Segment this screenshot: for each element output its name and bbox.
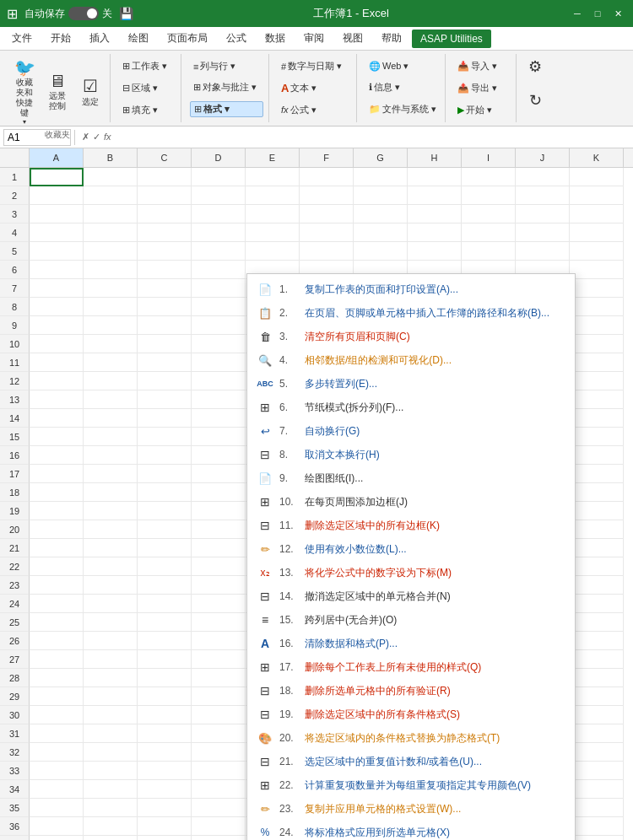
grid-cell[interactable] [192, 242, 246, 261]
grid-cell[interactable] [84, 205, 138, 223]
grid-cell[interactable] [300, 223, 354, 242]
grid-cell[interactable] [570, 762, 624, 780]
grid-cell[interactable] [570, 557, 624, 576]
grid-cell[interactable] [138, 261, 192, 279]
grid-cell[interactable] [138, 446, 192, 465]
grid-cell[interactable] [84, 762, 138, 780]
grid-cell[interactable] [408, 242, 462, 261]
menu-file[interactable]: 文件 [3, 28, 41, 49]
grid-cell[interactable] [192, 595, 246, 613]
grid-cell[interactable] [84, 780, 138, 799]
grid-cell[interactable] [570, 372, 624, 390]
grid-cell[interactable] [84, 390, 138, 409]
grid-cell[interactable] [192, 780, 246, 799]
ribbon-btn-worksheet[interactable]: ⊞工作表 ▾ [119, 59, 176, 73]
grid-cell[interactable] [84, 465, 138, 483]
grid-cell[interactable] [30, 669, 84, 687]
grid-cell[interactable] [30, 335, 84, 353]
grid-cell[interactable] [30, 279, 84, 298]
ribbon-btn-export[interactable]: 📤导出 ▾ [454, 81, 511, 95]
grid-cell[interactable] [570, 743, 624, 762]
grid-cell[interactable] [570, 483, 624, 502]
grid-cell[interactable] [192, 316, 246, 335]
grid-cell[interactable] [246, 223, 300, 242]
grid-cell[interactable] [192, 687, 246, 706]
grid-cell[interactable] [84, 261, 138, 279]
grid-cell[interactable] [138, 613, 192, 632]
grid-cell[interactable] [30, 817, 84, 836]
col-header-F[interactable]: F [300, 148, 354, 167]
grid-cell[interactable] [30, 706, 84, 724]
grid-cell[interactable] [570, 724, 624, 743]
grid-cell[interactable] [192, 335, 246, 353]
grid-cell[interactable] [84, 595, 138, 613]
menu-entry-10[interactable]: ⊞10.在每页周围添加边框(J) [247, 490, 575, 514]
grid-cell[interactable] [192, 799, 246, 817]
grid-cell[interactable] [138, 520, 192, 539]
col-header-C[interactable]: C [138, 148, 192, 167]
grid-cell[interactable] [192, 465, 246, 483]
menu-draw[interactable]: 绘图 [120, 28, 157, 49]
grid-cell[interactable] [84, 520, 138, 539]
grid-cell[interactable] [30, 595, 84, 613]
grid-cell[interactable] [192, 650, 246, 669]
menu-entry-2[interactable]: 📋2.在页眉、页脚或单元格中插入工作簿的路径和名称(B)... [247, 301, 575, 325]
grid-cell[interactable] [570, 687, 624, 706]
grid-cell[interactable] [84, 669, 138, 687]
grid-cell[interactable] [246, 186, 300, 205]
menu-page-layout[interactable]: 页面布局 [159, 28, 216, 49]
grid-cell[interactable] [84, 335, 138, 353]
grid-cell[interactable] [570, 595, 624, 613]
menu-entry-1[interactable]: 📄1.复制工作表的页面和打印设置(A)... [247, 277, 575, 301]
grid-cell[interactable] [138, 298, 192, 316]
grid-cell[interactable] [570, 650, 624, 669]
grid-cell[interactable] [570, 706, 624, 724]
menu-entry-12[interactable]: ✏12.使用有效小数位数(L)... [247, 537, 575, 561]
grid-cell[interactable] [300, 168, 354, 186]
grid-cell[interactable] [192, 186, 246, 205]
grid-cell[interactable] [300, 205, 354, 223]
grid-cell[interactable] [570, 836, 624, 840]
ribbon-btn-favorites[interactable]: 🐦 收藏夹和快捷键 ▾ [10, 56, 40, 127]
grid-cell[interactable] [138, 390, 192, 409]
grid-cell[interactable] [570, 261, 624, 279]
grid-cell[interactable] [516, 242, 570, 261]
grid-cell[interactable] [192, 409, 246, 428]
grid-cell[interactable] [192, 483, 246, 502]
grid-cell[interactable] [192, 279, 246, 298]
grid-cell[interactable] [30, 650, 84, 669]
menu-entry-7[interactable]: ↩7.自动换行(G) [247, 419, 575, 443]
grid-cell[interactable] [570, 465, 624, 483]
grid-cell[interactable] [570, 390, 624, 409]
menu-entry-19[interactable]: ⊟19.删除选定区域中的所有条件格式(S) [247, 703, 575, 726]
grid-cell[interactable] [84, 632, 138, 650]
grid-cell[interactable] [138, 539, 192, 557]
ribbon-btn-refresh[interactable]: ↻ [526, 89, 545, 121]
grid-cell[interactable] [570, 632, 624, 650]
ribbon-btn-import[interactable]: 📥导入 ▾ [454, 59, 511, 73]
grid-cell[interactable] [408, 168, 462, 186]
grid-cell[interactable] [570, 223, 624, 242]
grid-cell[interactable] [354, 242, 408, 261]
grid-cell[interactable] [84, 298, 138, 316]
col-header-K[interactable]: K [570, 148, 624, 167]
grid-cell[interactable] [516, 223, 570, 242]
grid-cell[interactable] [570, 669, 624, 687]
grid-cell[interactable] [462, 242, 516, 261]
ribbon-btn-remote[interactable]: 🖥 远景控制 [43, 70, 73, 113]
grid-cell[interactable] [192, 817, 246, 836]
grid-cell[interactable] [138, 279, 192, 298]
grid-cell[interactable] [246, 242, 300, 261]
grid-cell[interactable] [192, 706, 246, 724]
formula-input[interactable] [118, 129, 630, 146]
grid-cell[interactable] [570, 446, 624, 465]
grid-cell[interactable] [84, 502, 138, 520]
grid-cell[interactable] [516, 186, 570, 205]
grid-cell[interactable] [570, 335, 624, 353]
grid-cell[interactable] [192, 632, 246, 650]
grid-cell[interactable] [192, 353, 246, 372]
grid-cell[interactable] [354, 223, 408, 242]
grid-cell[interactable] [300, 186, 354, 205]
menu-entry-6[interactable]: ⊞6.节纸模式(拆分列)(F)... [247, 396, 575, 419]
grid-cell[interactable] [30, 483, 84, 502]
